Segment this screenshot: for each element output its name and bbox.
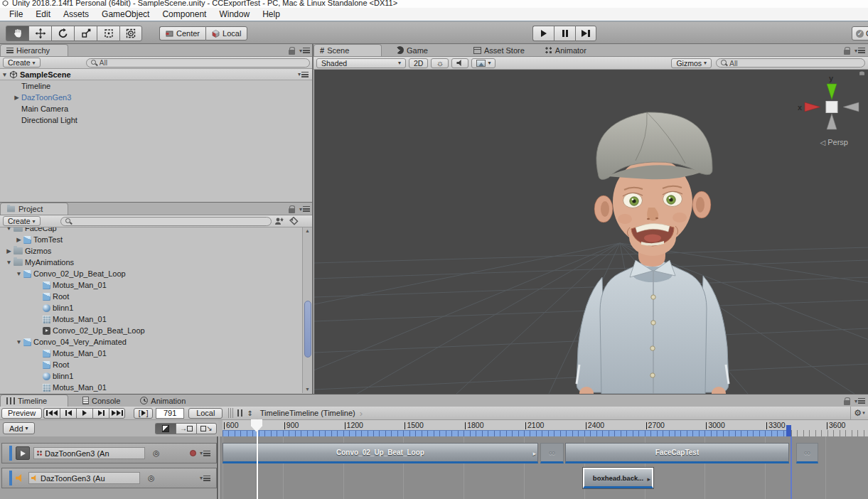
project-item-convo-02-up-beat-loop[interactable]: ▼Convo_02_Up_Beat_Loop — [0, 268, 302, 279]
track-menu-icon[interactable] — [200, 475, 210, 481]
timeline-play-button[interactable] — [76, 408, 92, 419]
project-item-tomtest[interactable]: ▶TomTest — [0, 234, 302, 245]
panel-menu-icon[interactable] — [299, 206, 310, 213]
goto-start-button[interactable] — [43, 408, 60, 419]
track-lanes[interactable]: Convo_02_Up_Beat_Loop ▸ ∞ FaceCapTest ∞ … — [220, 436, 868, 499]
lock-icon[interactable] — [844, 50, 850, 55]
transform-tool-button[interactable] — [119, 26, 142, 41]
zoom-fit-icon[interactable]: ⇕ — [247, 409, 252, 417]
audio-track-lane[interactable]: boxhead.back... ▸ — [223, 468, 868, 488]
menu-file[interactable]: File — [3, 9, 29, 20]
timeline-breadcrumb[interactable]: TimelineTimeline (Timeline) — [260, 409, 355, 417]
pivot-mode-button[interactable]: Center — [159, 26, 205, 41]
scene-orientation-gizmo[interactable]: y x — [798, 74, 859, 129]
hierarchy-search-input[interactable] — [100, 58, 305, 67]
menu-help[interactable]: Help — [256, 9, 286, 20]
project-item-facecap[interactable]: ▼FaceCap — [0, 227, 302, 234]
space-mode-button[interactable]: Local — [205, 26, 247, 41]
project-item-convo-02-up-beat-loop[interactable]: Convo_02_Up_Beat_Loop — [0, 325, 302, 336]
audio-track-header[interactable]: DazToonGen3 (Au ◎ — [1, 468, 217, 488]
panel-divider[interactable] — [312, 44, 313, 394]
project-item-myanimations[interactable]: ▼MyAnimations — [0, 257, 302, 268]
next-frame-button[interactable] — [92, 408, 109, 419]
search-by-label-icon[interactable] — [289, 217, 299, 225]
shading-mode-dropdown[interactable]: Shaded — [316, 58, 406, 68]
record-toggle-icon[interactable]: ◎ — [148, 473, 155, 483]
project-item-blinn1[interactable]: blinn1 — [0, 370, 302, 382]
fold-arrow-icon[interactable]: ▼ — [4, 259, 14, 266]
rect-tool-button[interactable] — [97, 26, 119, 41]
audio-clip[interactable]: boxhead.back... ▸ — [583, 468, 653, 488]
previous-frame-button[interactable] — [60, 408, 76, 419]
fold-open-icon[interactable]: ▼ — [0, 71, 9, 78]
2d-toggle-button[interactable]: 2D — [409, 58, 428, 68]
search-by-type-icon[interactable] — [274, 217, 284, 225]
timeline-settings-button[interactable]: ⚙ — [850, 407, 868, 419]
tab-hierarchy[interactable]: Hierarchy — [0, 44, 68, 56]
scene-root-row[interactable]: ▼ SampleScene — [0, 69, 313, 80]
scroll-up-icon[interactable]: ▲ — [303, 227, 312, 235]
project-search-input[interactable] — [74, 217, 267, 225]
tab-project[interactable]: Project — [0, 203, 68, 215]
panel-menu-icon[interactable] — [299, 48, 310, 54]
hierarchy-item-main-camera[interactable]: Main Camera — [0, 103, 313, 114]
tab-game[interactable]: Game — [390, 44, 434, 56]
scene-search[interactable] — [716, 58, 865, 68]
hierarchy-item-daztoongen3[interactable]: ▶DazToonGen3 — [0, 92, 313, 103]
track-binding-field[interactable]: DazToonGen3 (An — [33, 447, 145, 459]
hand-tool-button[interactable] — [6, 26, 28, 41]
project-item-motus-man-01[interactable]: Motus_Man_01 — [0, 313, 302, 325]
hierarchy-search[interactable] — [86, 58, 310, 68]
animation-track-lane[interactable]: Convo_02_Up_Beat_Loop ▸ ∞ FaceCapTest ∞ — [223, 443, 868, 463]
animation-track-header[interactable]: DazToonGen3 (An ◎ — [1, 443, 217, 463]
effects-dropdown[interactable] — [471, 58, 495, 68]
fold-arrow-icon[interactable]: ▶ — [4, 247, 14, 254]
tab-console[interactable]: Console — [77, 395, 126, 407]
create-button[interactable]: Create — [3, 58, 41, 68]
track-menu-icon[interactable] — [200, 450, 210, 456]
project-item-convo-04-very-animated[interactable]: ▼Convo_04_Very_Animated — [0, 336, 302, 348]
timescale-dropdown[interactable]: Local — [188, 408, 223, 419]
menu-edit[interactable]: Edit — [29, 9, 57, 20]
clip-loop-segment[interactable]: ∞ — [796, 443, 818, 463]
project-item-blinn1[interactable]: blinn1 — [0, 302, 302, 313]
timeline-marker-icon[interactable] — [237, 409, 244, 417]
menu-component[interactable]: Component — [156, 9, 213, 20]
mix-mode-button[interactable] — [155, 423, 176, 434]
play-range-button[interactable]: [] — [134, 408, 153, 419]
replace-mode-button[interactable]: ↘ — [196, 423, 217, 434]
project-item-motus-man-01[interactable]: Motus_Man_01 — [0, 348, 302, 359]
play-button[interactable] — [532, 26, 554, 41]
lock-icon[interactable] — [289, 50, 295, 55]
fold-arrow-icon[interactable]: ▶ — [12, 94, 21, 101]
create-button[interactable]: Create — [3, 216, 41, 226]
scroll-down-icon[interactable]: ▼ — [303, 386, 312, 393]
panel-menu-icon[interactable] — [854, 48, 865, 54]
audio-toggle-button[interactable] — [451, 58, 468, 68]
hierarchy-item-timeline[interactable]: Timeline — [0, 80, 313, 92]
step-button[interactable] — [575, 26, 596, 41]
hierarchy-item-directional-light[interactable]: Directional Light — [0, 114, 313, 126]
perspective-label[interactable]: Persp — [820, 138, 848, 146]
clip-loop-segment[interactable]: ∞ — [540, 443, 564, 463]
lock-icon[interactable] — [289, 208, 295, 213]
project-item-motus-man-01[interactable]: Motus_Man_01 — [0, 382, 302, 393]
scene-menu-icon[interactable] — [298, 71, 309, 77]
project-item-motus-man-01[interactable]: Motus_Man_01 — [0, 279, 302, 291]
fold-arrow-icon[interactable]: ▼ — [14, 270, 23, 277]
add-track-button[interactable]: Add — [3, 422, 35, 434]
animation-clip-2[interactable]: FaceCapTest — [565, 443, 789, 463]
tab-animator[interactable]: Animator — [539, 44, 592, 56]
fold-arrow-icon[interactable]: ▼ — [4, 227, 14, 232]
lock-icon[interactable] — [844, 400, 850, 405]
tab-timeline[interactable]: Timeline — [0, 395, 68, 407]
collab-button[interactable]: ✓ C — [852, 26, 868, 41]
goto-end-button[interactable] — [109, 408, 125, 419]
panel-menu-icon[interactable] — [854, 398, 865, 404]
scene-search-input[interactable] — [729, 59, 860, 68]
fold-arrow-icon[interactable]: ▶ — [14, 236, 23, 243]
project-scrollbar[interactable]: ▲ ▼ — [302, 227, 312, 393]
move-tool-button[interactable] — [28, 26, 51, 41]
project-item-gizmos[interactable]: ▶Gizmos — [0, 245, 302, 257]
project-search[interactable] — [60, 217, 272, 226]
